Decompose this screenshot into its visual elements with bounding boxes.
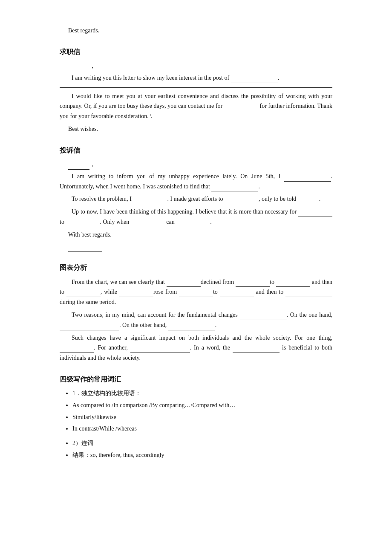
divider-line xyxy=(60,87,332,88)
chart-analysis-section: 图表分析 From the chart, we can see clearly … xyxy=(60,262,332,363)
blank-necessary-for xyxy=(298,210,332,217)
chart-para1: From the chart, we can see clearly that … xyxy=(60,277,332,307)
blank-to xyxy=(66,220,100,227)
blank-thento2 xyxy=(285,290,332,297)
complaint-section: 投诉信 ， I am writing to inform you of my u… xyxy=(60,145,332,252)
job-application-section: 求职信 ， I am writing you this letter to sh… xyxy=(60,46,332,134)
vocab-section: 四级写作的常用词汇 1．独立结构的比较用语： As compared to /I… xyxy=(60,373,332,460)
blank-onehand xyxy=(60,324,119,330)
job-para1: I am writing you this letter to show my … xyxy=(60,73,332,83)
complaint-para3: Up to now, I have been thinking of this … xyxy=(60,207,332,227)
blank-find xyxy=(211,185,258,191)
chart-analysis-title: 图表分析 xyxy=(60,262,332,273)
complaint-title: 投诉信 xyxy=(60,145,332,156)
blank-can xyxy=(176,220,210,227)
complaint-para1: I am writing to inform you of my unhappy… xyxy=(60,171,332,192)
job-closing: Best wishes. xyxy=(68,124,332,134)
vocab-item-1-2: Similarly/likewise xyxy=(72,412,332,422)
blank-from1 xyxy=(236,280,270,287)
vocab-item-1-1: As compared to /In comparison /By compar… xyxy=(72,400,332,410)
blank-when xyxy=(131,220,165,227)
vocab-item-2-header: 2）连词 xyxy=(72,438,332,448)
vocab-list-1: 1．独立结构的比较用语： As compared to /In comparis… xyxy=(72,388,332,434)
vocab-item-1-header: 1．独立结构的比较用语： xyxy=(72,388,332,399)
blank-thing1 xyxy=(60,346,94,353)
job-application-title: 求职信 xyxy=(60,46,332,58)
blank-post xyxy=(231,76,278,83)
blank-from2 xyxy=(179,290,213,297)
blank-told xyxy=(298,197,319,204)
blank-salutation xyxy=(68,64,89,71)
blank-thento1 xyxy=(66,290,101,297)
vocab-list-2: 2）连词 结果：so, therefore, thus, accordingly xyxy=(72,438,332,460)
blank-chart-subject xyxy=(167,280,201,287)
closing-top: Best regards. xyxy=(60,26,332,36)
blank-to1 xyxy=(276,280,310,287)
blank-comp-salutation xyxy=(68,163,89,170)
closing-text: Best regards. xyxy=(68,26,332,36)
blank-to2 xyxy=(220,290,254,297)
vocab-title: 四级写作的常用词汇 xyxy=(60,373,332,385)
blank-efforts xyxy=(225,197,259,204)
vocab-item-2-1: 结果：so, therefore, thus, accordingly xyxy=(72,450,332,460)
blank-word xyxy=(233,346,280,353)
complaint-para2: To resolve the problem, I . I made great… xyxy=(60,194,332,204)
blank-june xyxy=(284,175,331,182)
blank-contact xyxy=(224,104,258,111)
blank-signature xyxy=(68,245,102,251)
chart-para2: Two reasons, in my mind, can account for… xyxy=(60,310,332,330)
blank-while xyxy=(119,290,153,297)
job-salutation: ， xyxy=(68,61,332,71)
complaint-signature xyxy=(68,242,332,252)
complaint-closing: With best regards. xyxy=(68,230,332,240)
job-para2: I would like to meet you at your earlies… xyxy=(60,91,332,121)
chart-para3: Such changes have a significant impact o… xyxy=(60,333,332,363)
complaint-salutation: ， xyxy=(68,159,332,170)
blank-otherhand xyxy=(168,324,215,330)
blank-another xyxy=(130,346,190,353)
blank-changes xyxy=(240,313,287,320)
blank-resolve xyxy=(133,197,167,204)
vocab-item-1-3: In contrast/While /whereas xyxy=(72,424,332,434)
